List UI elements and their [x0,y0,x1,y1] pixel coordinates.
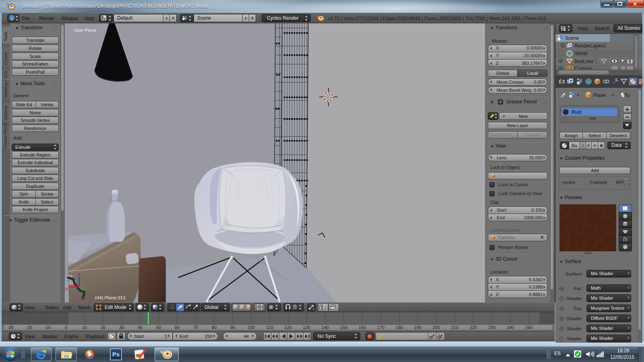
svg-text:250: 250 [525,325,533,330]
svg-text:30: 30 [119,325,124,330]
svg-text:190: 190 [414,325,421,330]
svg-text:130: 130 [303,325,310,330]
svg-text:160: 160 [359,325,366,330]
svg-text:150: 150 [340,325,347,330]
svg-text:200: 200 [433,325,440,330]
svg-text:210: 210 [451,325,458,330]
svg-text:60: 60 [175,325,180,330]
svg-text:-10: -10 [44,325,51,330]
svg-text:-30: -30 [7,325,14,330]
svg-text:100: 100 [248,325,255,330]
svg-text:90: 90 [230,325,235,330]
svg-text:140: 140 [322,325,329,330]
svg-text:40: 40 [138,325,142,330]
svg-text:240: 240 [507,325,514,330]
svg-text:x: x [66,286,68,291]
svg-text:180: 180 [396,325,403,330]
svg-text:20: 20 [101,325,105,330]
svg-text:(44) Plane.013: (44) Plane.013 [95,295,125,300]
svg-text:-20: -20 [26,325,32,330]
svg-text:120: 120 [285,325,292,330]
svg-text:230: 230 [488,325,495,330]
svg-text:170: 170 [377,325,384,330]
svg-text:0: 0 [65,325,67,330]
svg-text:y: y [85,289,87,294]
svg-text:z: z [78,272,80,276]
svg-text:220: 220 [470,325,477,330]
svg-text:50: 50 [156,325,161,330]
svg-text:110: 110 [266,325,273,330]
svg-text:User Persp: User Persp [74,28,96,33]
svg-text:10: 10 [82,325,87,330]
svg-text:70: 70 [193,325,198,330]
svg-text:80: 80 [212,325,217,330]
